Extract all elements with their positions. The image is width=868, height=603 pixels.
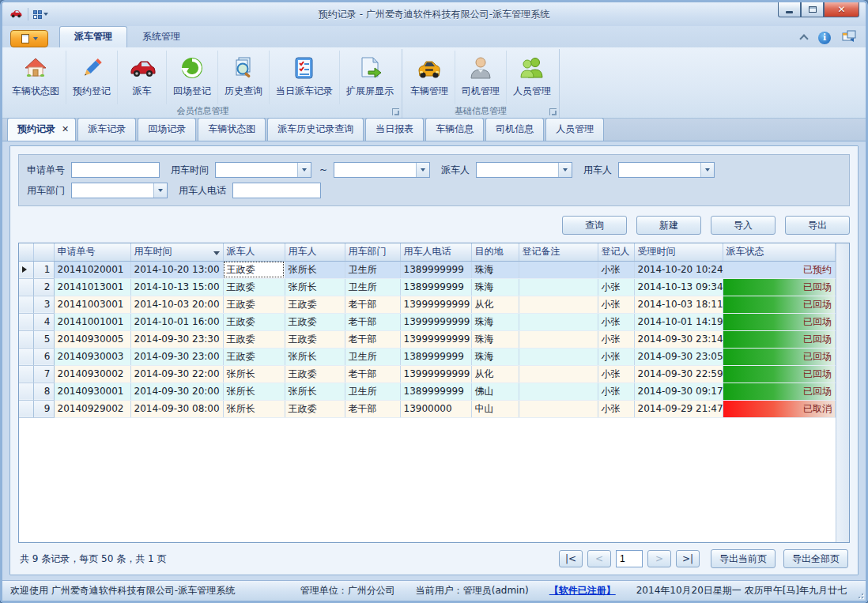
filter-input-用车人电话[interactable] <box>232 183 321 198</box>
ribbon-button-预约登记[interactable]: 预约登记 <box>66 51 118 104</box>
dialog-launcher-icon[interactable] <box>549 108 557 115</box>
column-header-用车部门[interactable]: 用车部门 <box>345 243 400 261</box>
ribbon-tab-系统管理[interactable]: 系统管理 <box>127 26 195 47</box>
filter-combo-用车部门[interactable] <box>71 183 168 198</box>
dialog-launcher-icon[interactable] <box>392 108 399 115</box>
filter-combo-用车人[interactable] <box>618 162 715 178</box>
export-all-pages-button[interactable]: 导出全部页 <box>783 549 848 568</box>
cell-registrar[interactable]: 小张 <box>598 261 634 278</box>
cell-note[interactable] <box>519 400 598 417</box>
cell-dept[interactable]: 老干部 <box>345 400 400 417</box>
cell-note[interactable] <box>519 261 598 278</box>
doc-tab-回场记录[interactable]: 回场记录 <box>138 118 196 141</box>
cell-dest[interactable]: 从化 <box>471 296 519 313</box>
ribbon-button-车辆状态图[interactable]: 车辆状态图 <box>6 51 66 104</box>
cell-phone[interactable]: 1389999999 <box>400 278 471 296</box>
cell-passenger[interactable]: 张所长 <box>285 278 345 296</box>
doc-tab-人员管理[interactable]: 人员管理 <box>545 118 604 141</box>
table-row[interactable]: 4201410010012014-10-01 16:00王政委王政委老干部139… <box>19 313 836 330</box>
cell-status[interactable]: 已回场 <box>723 383 836 400</box>
ribbon-button-车辆管理[interactable]: 车辆管理 <box>404 51 455 104</box>
cell-registrar[interactable]: 小张 <box>598 330 634 348</box>
action-button-查询[interactable]: 查询 <box>562 216 627 235</box>
cell-note[interactable] <box>519 278 598 296</box>
software-registered-link[interactable]: 【软件已注册】 <box>549 584 616 597</box>
ribbon-button-当日派车记录[interactable]: 当日派车记录 <box>270 51 340 104</box>
chevron-down-icon[interactable] <box>700 163 714 177</box>
cell-status[interactable]: 已回场 <box>723 313 836 330</box>
cell-order[interactable]: 20140929002 <box>54 400 130 417</box>
cell-accept_time[interactable]: 2014-09-29 21:47 <box>634 400 723 417</box>
cell-note[interactable] <box>519 296 598 313</box>
cell-registrar[interactable]: 小张 <box>598 296 634 313</box>
sort-filter-icon[interactable] <box>213 251 220 255</box>
chevron-down-icon[interactable] <box>153 183 167 198</box>
first-page-button[interactable]: |< <box>559 550 583 567</box>
cell-note[interactable] <box>519 348 598 365</box>
table-row[interactable]: 2201410130012014-10-13 15:00王政委张所长卫生所138… <box>19 278 836 296</box>
cell-dest[interactable]: 珠海 <box>471 278 519 296</box>
doc-tab-车辆信息[interactable]: 车辆信息 <box>425 118 484 141</box>
filter-combo-派车人[interactable] <box>476 162 572 178</box>
action-button-导入[interactable]: 导入 <box>711 216 776 235</box>
doc-tab-预约记录[interactable]: 预约记录✕ <box>7 118 76 141</box>
cell-order[interactable]: 20140930001 <box>54 383 130 400</box>
cell-registrar[interactable]: 小张 <box>598 400 634 417</box>
table-row[interactable]: 6201409300032014-09-30 23:00王政委张所长卫生所138… <box>19 348 836 365</box>
cell-accept_time[interactable]: 2014-09-30 22:59 <box>634 365 723 383</box>
cell-time[interactable]: 2014-10-01 16:00 <box>130 313 223 330</box>
ribbon-tab-派车管理[interactable]: 派车管理 <box>59 26 127 47</box>
table-row[interactable]: 9201409290022014-09-30 08:00张所长王政委老干部139… <box>19 400 836 417</box>
cell-order[interactable]: 20140930003 <box>54 348 130 365</box>
cell-time[interactable]: 2014-10-03 20:00 <box>130 296 223 313</box>
cell-accept_time[interactable]: 2014-09-30 23:05 <box>634 348 723 365</box>
cell-accept_time[interactable]: 2014-10-01 14:19 <box>634 313 723 330</box>
ribbon-button-人员管理[interactable]: 人员管理 <box>507 51 557 104</box>
cell-dispatcher[interactable]: 王政委 <box>223 330 285 348</box>
cell-time[interactable]: 2014-09-30 20:00 <box>130 383 223 400</box>
cell-dispatcher[interactable]: 张所长 <box>223 400 285 417</box>
cell-status[interactable]: 已回场 <box>723 348 836 365</box>
cell-dispatcher[interactable]: 王政委 <box>223 296 285 313</box>
cell-dept[interactable]: 老干部 <box>345 330 400 348</box>
cell-order[interactable]: 20141003001 <box>54 296 130 313</box>
cell-status[interactable]: 已回场 <box>723 365 836 383</box>
customize-toolbar-icon[interactable] <box>33 10 48 19</box>
cell-accept_time[interactable]: 2014-10-20 10:24 <box>634 261 723 278</box>
cell-accept_time[interactable]: 2014-09-30 09:17 <box>634 383 723 400</box>
cell-dispatcher[interactable]: 王政委 <box>223 261 285 278</box>
cell-passenger[interactable]: 张所长 <box>285 261 345 278</box>
cell-dest[interactable]: 佛山 <box>471 383 519 400</box>
cell-time[interactable]: 2014-09-30 23:00 <box>130 348 223 365</box>
chevron-down-icon[interactable] <box>558 163 572 177</box>
column-header-派车人[interactable]: 派车人 <box>223 243 285 261</box>
cell-dept[interactable]: 卫生所 <box>345 348 400 365</box>
cell-dept[interactable]: 卫生所 <box>345 261 400 278</box>
cell-time[interactable]: 2014-10-20 13:00 <box>130 261 223 278</box>
cell-passenger[interactable]: 王政委 <box>285 313 345 330</box>
cell-dispatcher[interactable]: 王政委 <box>223 278 285 296</box>
cell-dest[interactable]: 珠海 <box>471 313 519 330</box>
column-header-用车人电话[interactable]: 用车人电话 <box>400 243 471 261</box>
cell-registrar[interactable]: 小张 <box>598 348 634 365</box>
cell-dispatcher[interactable]: 王政委 <box>223 348 285 365</box>
cell-dest[interactable]: 中山 <box>471 400 519 417</box>
table-row[interactable]: 5201409300052014-09-30 23:30王政委王政委老干部139… <box>19 330 836 348</box>
cell-phone[interactable]: 1389999999 <box>400 261 471 278</box>
chevron-down-icon[interactable] <box>416 163 429 177</box>
cell-passenger[interactable]: 王政委 <box>285 400 345 417</box>
prev-page-button[interactable]: < <box>587 550 611 567</box>
export-current-page-button[interactable]: 导出当前页 <box>711 549 776 568</box>
cell-dept[interactable]: 老干部 <box>345 313 400 330</box>
cell-note[interactable] <box>519 383 598 400</box>
cell-note[interactable] <box>519 365 598 383</box>
cell-dispatcher[interactable]: 张所长 <box>223 383 285 400</box>
cell-note[interactable] <box>519 330 598 348</box>
filter-combo-用车时间-结束[interactable] <box>334 162 430 178</box>
doc-tab-派车历史记录查询[interactable]: 派车历史记录查询 <box>267 118 364 141</box>
cell-dept[interactable]: 卫生所 <box>345 278 400 296</box>
column-header-受理时间[interactable]: 受理时间 <box>634 243 723 261</box>
cell-time[interactable]: 2014-10-13 15:00 <box>130 278 223 296</box>
cell-accept_time[interactable]: 2014-10-03 18:11 <box>634 296 723 313</box>
cell-passenger[interactable]: 张所长 <box>285 348 345 365</box>
